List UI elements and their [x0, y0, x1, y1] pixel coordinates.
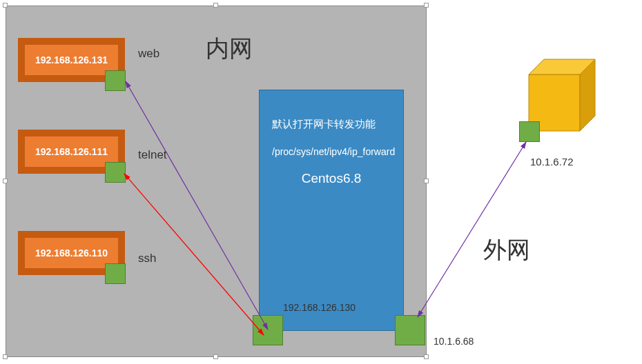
- nic-icon: [105, 70, 126, 91]
- outer-network-title: 外网: [483, 234, 530, 266]
- inner-network-title: 内网: [206, 33, 253, 65]
- server-service-label: web: [138, 47, 159, 61]
- server-service-label: ssh: [138, 252, 156, 265]
- router-external-ip: 10.1.6.68: [434, 336, 474, 347]
- resize-handle[interactable]: [424, 179, 429, 183]
- nic-icon: [395, 315, 425, 345]
- svg-line-5: [418, 142, 526, 317]
- server-ip: 192.168.126.111: [35, 146, 108, 157]
- router-forward-path: /proc/sys/net/ipv4/ip_forward: [272, 146, 391, 157]
- resize-handle[interactable]: [424, 3, 429, 8]
- server-ip: 192.168.126.110: [35, 247, 108, 259]
- resize-handle[interactable]: [213, 354, 218, 359]
- external-host-ip: 10.1.6.72: [530, 156, 574, 168]
- server-ip: 192.168.126.131: [35, 54, 108, 65]
- router-internal-ip: 192.168.126.130: [283, 302, 356, 313]
- resize-handle[interactable]: [3, 354, 8, 359]
- resize-handle[interactable]: [213, 3, 218, 8]
- nic-icon: [253, 315, 283, 345]
- router-box[interactable]: 默认打开网卡转发功能 /proc/sys/net/ipv4/ip_forward…: [259, 90, 404, 331]
- resize-handle[interactable]: [3, 3, 8, 8]
- router-description: 默认打开网卡转发功能: [272, 118, 391, 131]
- diagram-canvas: 内网 外网 192.168.126.131 web 192.168.126.11…: [0, 0, 642, 364]
- server-service-label: telnet: [138, 148, 167, 162]
- resize-handle[interactable]: [3, 179, 8, 183]
- router-os: Centos6.8: [272, 171, 391, 186]
- nic-icon: [519, 121, 540, 142]
- nic-icon: [105, 263, 126, 284]
- nic-icon: [105, 162, 126, 183]
- resize-handle[interactable]: [424, 354, 429, 359]
